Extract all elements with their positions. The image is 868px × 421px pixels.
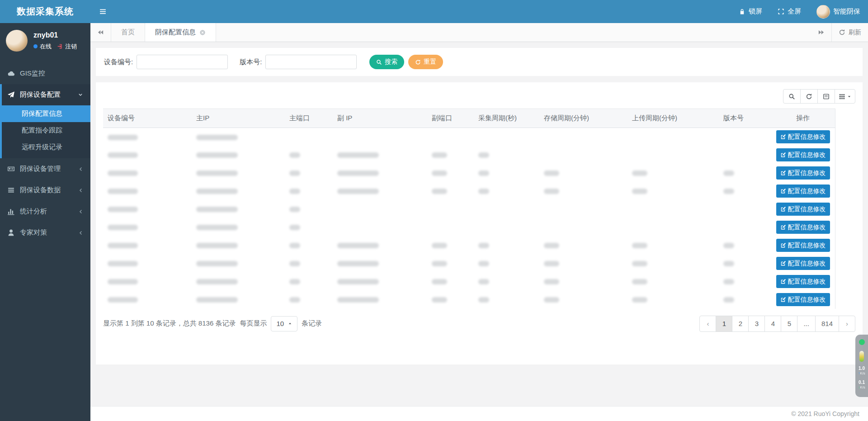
page-button-2[interactable]: 2 bbox=[732, 316, 749, 332]
monitor-gauge-icon bbox=[859, 351, 864, 362]
sidebar-subitem[interactable]: 远程升级记录 bbox=[2, 139, 90, 156]
sidebar-link[interactable]: 阴保设备数据 bbox=[0, 180, 90, 201]
table-cell bbox=[103, 164, 192, 182]
page-prev-button[interactable]: ‹ bbox=[699, 316, 716, 332]
table-cell bbox=[719, 182, 771, 200]
edit-config-button[interactable]: 配置信息修改 bbox=[776, 166, 830, 180]
network-monitor-widget[interactable]: 1.0 ↑K/s 0.1 ↓K/s bbox=[855, 335, 868, 397]
version-input[interactable] bbox=[265, 55, 357, 69]
table-cell-action: 配置信息修改 bbox=[771, 182, 835, 200]
sidebar-link[interactable]: 阴保设备管理 bbox=[0, 158, 90, 180]
page-button-3[interactable]: 3 bbox=[748, 316, 765, 332]
edit-icon bbox=[780, 297, 786, 303]
redacted-value bbox=[108, 261, 138, 266]
page-button-814[interactable]: 814 bbox=[815, 316, 839, 332]
chevron-down-icon bbox=[78, 92, 83, 98]
tab-close-icon[interactable] bbox=[199, 29, 206, 36]
reset-button[interactable]: 重置 bbox=[408, 55, 443, 69]
redacted-value bbox=[544, 189, 559, 194]
edit-config-button[interactable]: 配置信息修改 bbox=[776, 203, 830, 216]
table-cell bbox=[427, 237, 474, 255]
table-row: 配置信息修改 bbox=[103, 273, 835, 291]
edit-config-button[interactable]: 配置信息修改 bbox=[776, 293, 830, 306]
edit-config-button[interactable]: 配置信息修改 bbox=[776, 148, 830, 161]
reset-button-label: 重置 bbox=[424, 58, 436, 66]
edit-config-button[interactable]: 配置信息修改 bbox=[776, 130, 830, 143]
fullscreen-button[interactable]: 全屏 bbox=[770, 0, 809, 23]
redacted-value bbox=[289, 189, 300, 194]
sidebar-link[interactable]: GIS监控 bbox=[0, 63, 90, 84]
table-cell bbox=[333, 146, 427, 164]
search-button[interactable]: 搜索 bbox=[369, 55, 404, 69]
toolbar-search-button[interactable] bbox=[783, 89, 801, 104]
online-status-link[interactable]: 在线 bbox=[40, 43, 52, 51]
tab-refresh-button[interactable]: 刷新 bbox=[831, 23, 868, 42]
sidebar-subitem[interactable]: 配置指令跟踪 bbox=[2, 122, 90, 139]
edit-config-label: 配置信息修改 bbox=[788, 151, 826, 159]
redacted-value bbox=[478, 170, 489, 176]
table-cell bbox=[427, 255, 474, 273]
table-cell bbox=[539, 128, 627, 146]
sidebar-item-5: 专家对策 bbox=[0, 222, 90, 243]
sidebar-subitem[interactable]: 阴保配置信息 bbox=[2, 105, 90, 122]
tabs-scroll-left-button[interactable] bbox=[90, 23, 111, 42]
edit-config-button[interactable]: 配置信息修改 bbox=[776, 239, 830, 252]
table-cell bbox=[627, 237, 719, 255]
sidebar-link[interactable]: 专家对策 bbox=[0, 222, 90, 243]
toolbar-detail-view-button[interactable] bbox=[817, 89, 835, 104]
app-logo: 数据采集系统 bbox=[0, 0, 90, 23]
table-cell bbox=[539, 218, 627, 237]
table-row: 配置信息修改 bbox=[103, 255, 835, 273]
edit-config-button[interactable]: 配置信息修改 bbox=[776, 184, 830, 198]
redacted-value bbox=[632, 189, 647, 194]
table-cell bbox=[103, 255, 192, 273]
page-next-button[interactable]: › bbox=[839, 316, 855, 332]
edit-config-button[interactable]: 配置信息修改 bbox=[776, 257, 830, 270]
logout-link[interactable]: 注销 bbox=[65, 43, 77, 51]
lock-screen-button[interactable]: 锁屏 bbox=[731, 0, 770, 23]
table-row: 配置信息修改 bbox=[103, 291, 835, 309]
double-chevron-right-icon bbox=[818, 29, 825, 36]
tab-config-info-label: 阴保配置信息 bbox=[155, 28, 196, 37]
table-cell bbox=[539, 291, 627, 309]
user-menu[interactable]: 智能阴保 bbox=[809, 0, 868, 23]
top-bar: 数据采集系统 锁屏 全屏 智能阴保 bbox=[0, 0, 868, 23]
column-header: 主端口 bbox=[285, 109, 333, 128]
sidebar-toggle-button[interactable] bbox=[90, 0, 115, 23]
table-cell bbox=[103, 218, 192, 237]
table-cell bbox=[103, 128, 192, 146]
device-no-input[interactable] bbox=[137, 55, 228, 69]
download-speed-value: 0.1 bbox=[858, 380, 865, 385]
redacted-value bbox=[196, 297, 238, 303]
user-avatar bbox=[816, 5, 830, 19]
toolbar-columns-button[interactable] bbox=[835, 89, 855, 104]
redacted-value bbox=[108, 152, 138, 158]
toolbar-refresh-button[interactable] bbox=[800, 89, 818, 104]
edit-config-button[interactable]: 配置信息修改 bbox=[776, 275, 830, 288]
tab-home[interactable]: 首页 bbox=[111, 23, 145, 42]
page-button-4[interactable]: 4 bbox=[764, 316, 781, 332]
table-cell bbox=[333, 182, 427, 200]
tabs-scroll-right-button[interactable] bbox=[811, 23, 831, 42]
sidebar-item-4: 统计分析 bbox=[0, 201, 90, 222]
caret-down-icon bbox=[847, 95, 851, 99]
tab-config-info[interactable]: 阴保配置信息 bbox=[145, 23, 216, 42]
table-cell bbox=[627, 164, 719, 182]
page-button-5[interactable]: 5 bbox=[781, 316, 797, 332]
table-cell bbox=[285, 128, 333, 146]
redacted-value bbox=[108, 279, 138, 284]
sidebar-link[interactable]: 阴保设备配置 bbox=[2, 84, 90, 105]
column-header: 版本号 bbox=[719, 109, 771, 128]
redacted-value bbox=[196, 261, 238, 266]
table-row: 配置信息修改 bbox=[103, 237, 835, 255]
edit-icon bbox=[780, 242, 786, 248]
table-cell bbox=[719, 146, 771, 164]
page-size-select[interactable]: 10 bbox=[271, 316, 297, 331]
edit-config-button[interactable]: 配置信息修改 bbox=[776, 221, 830, 234]
page-button-1[interactable]: 1 bbox=[716, 316, 732, 332]
table-cell bbox=[285, 237, 333, 255]
page-size-label: 每页显示 bbox=[240, 319, 267, 328]
paper-plane-icon bbox=[7, 91, 15, 99]
sidebar-link[interactable]: 统计分析 bbox=[0, 201, 90, 222]
redacted-value bbox=[337, 297, 379, 303]
